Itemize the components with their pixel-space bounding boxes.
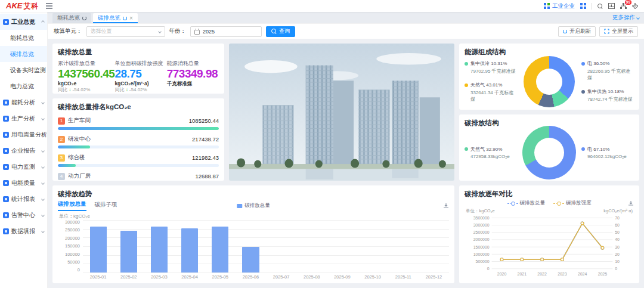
sidebar-item-4[interactable]: 企业报告 (0, 143, 47, 159)
legend-dot (465, 83, 468, 87)
sidebar-subitem-0-2[interactable]: 设备实时监测 (0, 62, 47, 78)
carbon-structure-donut: 天然气 32.90% 472958.33kgCO₂e 电 67.10% 9646… (465, 128, 634, 177)
app-launcher-icon[interactable] (580, 3, 586, 9)
card-title: 碳排放逐年对比 (465, 190, 634, 199)
download-icon[interactable] (443, 203, 449, 209)
trend-tab-subitems[interactable]: 碳排子项 (95, 201, 117, 210)
refresh-tab-icon[interactable] (123, 16, 127, 20)
bar-column (388, 220, 419, 272)
workspace-switcher[interactable]: 工业企业 (544, 2, 575, 10)
bar-column (419, 220, 449, 272)
year-picker[interactable]: 2025 (190, 26, 262, 37)
y-axis-unit: 单位：kgCO₂e (59, 213, 449, 219)
legend-total[interactable]: 碳排放总量 (507, 200, 546, 207)
pie-legend-item: 电 67.10% 964602.12kgCO₂e (581, 146, 634, 159)
pie-legend-item: 集中供冷 10.31% 79702.95 千克标准煤 (465, 60, 517, 75)
tab-energy-overview[interactable]: 能耗总览 (52, 13, 91, 23)
search-button[interactable]: 查询 (266, 26, 295, 37)
refresh-icon (563, 29, 567, 33)
sidebar-subitem-0-0[interactable]: 能耗总览 (0, 30, 47, 46)
metric-label: 累计碳排放总量 (58, 60, 114, 67)
svg-text:20: 20 (615, 252, 620, 256)
sidebar-subitem-0-3[interactable]: 电力总览 (0, 78, 47, 94)
svg-text:0: 0 (487, 267, 490, 271)
industry-icon (3, 19, 9, 25)
sidebar-item-8[interactable]: 告警中心 (0, 207, 47, 223)
metric-value: 1437560.45 (58, 67, 114, 80)
metric-2: 能源消耗总量 773349.98 千克标准煤 (167, 60, 219, 93)
dashboard-icon[interactable] (608, 3, 615, 9)
unit-select[interactable]: 选择位置 (86, 26, 165, 37)
tab-carbon-overview[interactable]: 碳排总览 × (93, 13, 138, 23)
metric-1: 单位面积碳排放强度 28.75 kgCO₂e/(m²·a) 同比 ↓ -54.0… (114, 60, 166, 93)
search-icon[interactable] (597, 4, 603, 9)
filter-bar: 核算单元： 选择位置 年份： 2025 查询 开启刷新 (48, 23, 644, 39)
legend-label: 碳排放强度 (566, 200, 592, 207)
sidebar-item-2[interactable]: 生产分析 (0, 110, 47, 126)
chevron-down-icon (158, 30, 162, 33)
bar-column (144, 220, 174, 272)
svg-text:2023: 2023 (558, 272, 567, 276)
metric-value: 28.75 (114, 67, 166, 80)
svg-text:500000: 500000 (476, 259, 490, 264)
power-monitor-icon (3, 164, 9, 170)
org-messages-icon[interactable]: 99 (620, 3, 627, 9)
sidebar-item-5[interactable]: 电力监测 (0, 159, 47, 175)
divider (592, 3, 592, 10)
more-actions-link[interactable]: 更多操作 (612, 14, 639, 23)
legend-dot (581, 62, 585, 66)
rank-bar-fill (58, 164, 76, 167)
trend-tab-total[interactable]: 碳排放总量 (58, 200, 86, 211)
svg-text:2025: 2025 (598, 272, 608, 276)
bar-column (358, 220, 388, 272)
legend-dot (581, 147, 585, 151)
svg-text:40: 40 (615, 237, 620, 241)
carbon-trend-card: 碳排放趋势 碳排放总量 碳排子项 碳排放总量 单位：kgCO₂e 3000002… (52, 185, 454, 283)
refresh-tab-icon[interactable] (82, 16, 86, 20)
close-tab-icon[interactable]: × (129, 16, 133, 21)
donut-chart (524, 56, 575, 107)
unit-select-placeholder: 选择位置 (91, 27, 112, 35)
carbon-structure-card: 碳排放结构 天然气 32.90% 472958.33kgCO₂e 电 67.10… (459, 114, 639, 181)
sidebar-item-3[interactable]: 用电需量分析 (0, 126, 47, 143)
bar-column (266, 220, 296, 272)
metric-label: 单位面积碳排放强度 (114, 60, 166, 67)
ranking-row: 2 研发中心 217438.72 (58, 135, 219, 148)
pie-legend-item: 电 36.50% 282260.95 千克标准煤 (581, 60, 634, 81)
bar (181, 228, 198, 272)
pie-legend-right: 电 36.50% 282260.95 千克标准煤 集中供热 10.18% 787… (581, 60, 634, 103)
sidebar-item-9[interactable]: 数据填报 (0, 223, 47, 239)
rank-badge: 1 (58, 117, 65, 125)
fullscreen-button[interactable]: 全屏显示 (599, 26, 638, 37)
pie-legend-item: 集中供热 10.18% 78742.74 千克标准煤 (581, 88, 634, 103)
workspace-label: 工业企业 (552, 2, 575, 10)
card-title: 碳排放总量 (58, 48, 219, 57)
sidebar: 工业总览能耗总览碳排总览设备实时监测电力总览 能耗分析 生产分析 用电需量分析 … (0, 12, 48, 288)
sidebar-item-1[interactable]: 能耗分析 (0, 94, 47, 110)
sidebar-collapse-icon[interactable] (46, 5, 52, 7)
rank-value: 12688.87 (195, 173, 219, 179)
rank-name: 动力厂房 (68, 172, 91, 180)
sidebar-subitem-0-1[interactable]: 碳排总览 (0, 46, 47, 62)
download-icon[interactable] (628, 200, 634, 206)
settings-gear-icon[interactable] (632, 3, 638, 9)
app-logo: AKE 艾科 (6, 1, 39, 11)
left-axis-unit: 单位：kgCO₂e (466, 208, 495, 214)
tab-label: 能耗总览 (57, 14, 80, 22)
auto-refresh-button[interactable]: 开启刷新 (558, 26, 596, 37)
svg-text:70: 70 (615, 216, 620, 220)
svg-text:2020: 2020 (497, 272, 507, 276)
svg-text:1000000: 1000000 (473, 252, 490, 256)
sidebar-item-7[interactable]: 统计报表 (0, 191, 47, 207)
svg-text:50: 50 (615, 230, 620, 234)
metric-unit: kgCO₂e (58, 80, 114, 86)
legend-swatch (237, 204, 242, 208)
bar (242, 247, 259, 272)
sidebar-item-0[interactable]: 工业总览 (0, 14, 47, 30)
ranking-row: 1 生产车间 1085250.44 (58, 117, 219, 130)
donut-chart (522, 126, 576, 179)
fullscreen-icon (604, 29, 609, 34)
sidebar-item-6[interactable]: 电能质量 (0, 175, 47, 191)
legend-intensity[interactable]: 碳排放强度 (553, 200, 592, 207)
line-marker-icon (553, 201, 564, 206)
